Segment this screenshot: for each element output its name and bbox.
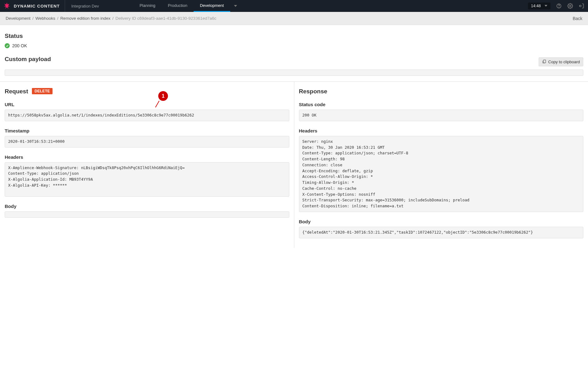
- response-headers-label: Headers: [299, 128, 584, 133]
- tab-more-dropdown[interactable]: [230, 0, 241, 12]
- time-indicator[interactable]: 14:48: [528, 3, 550, 9]
- help-icon[interactable]: [556, 3, 562, 9]
- status-text: 200 OK: [12, 43, 27, 48]
- status-success-icon: [5, 43, 10, 48]
- top-nav: DYNAMIC CONTENT Integration Dev Planning…: [0, 0, 588, 12]
- status-row: 200 OK: [5, 43, 583, 48]
- breadcrumb-delivery-id: Delivery ID c69deaf3-aae1-41db-9130-9233…: [115, 16, 216, 21]
- svg-rect-7: [543, 60, 545, 63]
- clipboard-icon: [542, 59, 546, 65]
- chevron-down-icon: [545, 4, 547, 8]
- request-headers-value[interactable]: X-Amplience-Webhook-Signature: nLBsigiWD…: [5, 162, 289, 197]
- breadcrumb-sep: /: [33, 16, 34, 21]
- brand: DYNAMIC CONTENT: [0, 0, 65, 12]
- response-heading: Response: [299, 88, 327, 95]
- response-body-label: Body: [299, 219, 584, 224]
- breadcrumb-sep: /: [112, 16, 114, 21]
- tab-development[interactable]: Development: [194, 0, 230, 12]
- gear-icon[interactable]: [567, 3, 573, 9]
- request-url-value[interactable]: https://5058pkv5ax.algolia.net/1/indexes…: [5, 110, 289, 121]
- request-response-split: Request DELETE URL https://5058pkv5ax.al…: [0, 81, 588, 248]
- svg-point-4: [559, 7, 559, 7]
- request-timestamp-value[interactable]: 2020-01-30T16:53:21+0000: [5, 136, 289, 148]
- svg-marker-1: [234, 5, 237, 7]
- content: Status 200 OK Custom payload Copy to cli…: [0, 25, 588, 76]
- top-right-controls: 14:48: [528, 0, 588, 12]
- breadcrumb-webhook-name[interactable]: Remove edition from index: [60, 16, 111, 21]
- context-label[interactable]: Integration Dev: [65, 4, 105, 8]
- response-headers-value[interactable]: Server: nginx Date: Thu, 30 Jan 2020 16:…: [299, 136, 584, 212]
- status-heading: Status: [5, 33, 583, 39]
- copy-label: Copy to clipboard: [548, 60, 580, 64]
- request-heading: Request: [5, 88, 28, 95]
- svg-marker-0: [4, 3, 10, 9]
- copy-to-clipboard-button[interactable]: Copy to clipboard: [539, 57, 583, 66]
- request-headers-label: Headers: [5, 154, 289, 160]
- tab-planning[interactable]: Planning: [133, 0, 162, 12]
- request-pane: Request DELETE URL https://5058pkv5ax.al…: [0, 82, 294, 248]
- logout-icon[interactable]: [579, 3, 584, 9]
- tab-production[interactable]: Production: [162, 0, 194, 12]
- back-button[interactable]: Back: [573, 16, 582, 21]
- custom-payload-heading: Custom payload: [5, 56, 51, 63]
- request-url-label: URL: [5, 102, 289, 107]
- request-body-label: Body: [5, 204, 289, 209]
- breadcrumb-sep: /: [57, 16, 58, 21]
- nav-tabs: Planning Production Development: [133, 0, 241, 12]
- breadcrumb-development[interactable]: Development: [6, 16, 31, 21]
- svg-marker-2: [545, 5, 547, 7]
- response-status-code-value[interactable]: 200 OK: [299, 110, 584, 121]
- response-pane: Response Status code 200 OK Headers Serv…: [294, 82, 588, 248]
- request-body-value[interactable]: [5, 211, 289, 218]
- request-method-badge: DELETE: [32, 88, 52, 94]
- svg-point-5: [570, 5, 571, 7]
- custom-payload-body[interactable]: [5, 70, 583, 76]
- breadcrumb-bar: Development / Webhooks / Remove edition …: [0, 12, 588, 25]
- breadcrumb-webhooks[interactable]: Webhooks: [35, 16, 55, 21]
- response-body-value[interactable]: {"deletedAt":"2020-01-30T16:53:21.345Z",…: [299, 227, 584, 238]
- request-timestamp-label: Timestamp: [5, 128, 289, 133]
- response-status-code-label: Status code: [299, 102, 584, 107]
- time-text: 14:48: [531, 4, 541, 8]
- brand-text: DYNAMIC CONTENT: [14, 4, 60, 8]
- logo-icon: [3, 2, 14, 10]
